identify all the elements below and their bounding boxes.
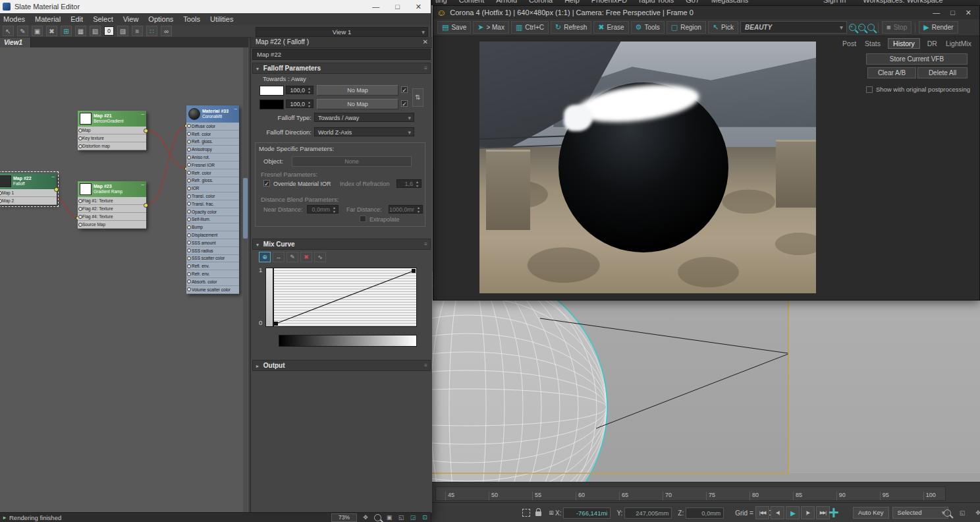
- tools-button[interactable]: ⚙Tools: [631, 21, 665, 34]
- node-slot[interactable]: Transl. color: [186, 192, 239, 200]
- front-amount-spinner[interactable]: 100,0▲▼: [286, 86, 313, 94]
- node-coronamtl[interactable]: Material #33CoronaMtl – Diffuse color Re…: [186, 105, 239, 294]
- move-point-icon[interactable]: ⊕: [259, 252, 271, 262]
- collapse-icon[interactable]: –: [142, 181, 144, 187]
- input-socket-icon[interactable]: [187, 132, 191, 136]
- node-slot[interactable]: Refl. color: [186, 130, 239, 138]
- pick-material-icon[interactable]: ✎: [17, 26, 28, 36]
- input-socket-icon[interactable]: [187, 218, 191, 221]
- input-socket-icon[interactable]: [187, 241, 191, 245]
- rollout-menu-icon[interactable]: ≡: [424, 239, 427, 249]
- input-socket-icon[interactable]: [187, 156, 191, 160]
- vfb-title-bar[interactable]: ☺ Corona 4 (Hotfix 1) | 640×480px (1:1) …: [433, 6, 979, 20]
- input-socket-icon[interactable]: [187, 233, 191, 237]
- node-slot[interactable]: Map: [78, 127, 146, 134]
- timeline-tick[interactable]: 65: [619, 492, 628, 500]
- node-slot[interactable]: Map 2: [0, 197, 57, 205]
- store-vfb-button[interactable]: Store Current VFB: [866, 53, 967, 65]
- node-slot[interactable]: Aniso rot.: [186, 154, 239, 161]
- input-socket-icon[interactable]: [78, 215, 82, 219]
- coord-y-field[interactable]: 247,005mm: [624, 508, 672, 519]
- zoom-icon[interactable]: [944, 509, 951, 517]
- node-slot[interactable]: Distortion map: [78, 142, 146, 150]
- scale-point-icon[interactable]: ↔: [273, 252, 285, 262]
- rollout-menu-icon[interactable]: ≡: [424, 361, 427, 370]
- coord-x-field[interactable]: -766,141mi: [563, 508, 611, 519]
- node-slot[interactable]: Key texture: [78, 134, 146, 142]
- key-filter-dropdown[interactable]: Selected: [892, 507, 948, 519]
- input-socket-icon[interactable]: [187, 248, 191, 252]
- node-slot[interactable]: Self-illum.: [186, 216, 239, 224]
- output-socket-icon[interactable]: [54, 187, 59, 192]
- timeline-tick[interactable]: 80: [749, 492, 759, 500]
- play-button[interactable]: ▶: [786, 506, 800, 519]
- node-slot[interactable]: SSS radius: [186, 247, 239, 255]
- go-to-end-button[interactable]: ▶▶|: [816, 506, 830, 519]
- minimize-icon[interactable]: —: [372, 3, 379, 11]
- extrapolate-checkbox[interactable]: [360, 216, 366, 222]
- side-map-button[interactable]: No Map: [317, 99, 398, 109]
- input-socket-icon[interactable]: [187, 163, 191, 167]
- node-slot[interactable]: Refr. env.: [186, 270, 239, 278]
- falloff-direction-dropdown[interactable]: World Z-Axis: [314, 127, 414, 136]
- delete-point-icon[interactable]: ✖: [300, 252, 312, 262]
- auto-key-button[interactable]: Auto Key: [853, 507, 889, 519]
- sign-in-link[interactable]: Sign In: [823, 0, 846, 4]
- input-socket-icon[interactable]: [187, 202, 191, 206]
- close-icon[interactable]: ✕: [416, 3, 422, 11]
- render-button[interactable]: ▶Render: [919, 21, 958, 34]
- spinner-arrows-icon[interactable]: ▲▼: [331, 206, 337, 214]
- input-socket-icon[interactable]: [187, 272, 191, 276]
- input-socket-icon[interactable]: [78, 199, 82, 203]
- slate-menu-item[interactable]: Utilities: [210, 15, 233, 23]
- input-socket-icon[interactable]: [78, 129, 82, 132]
- override-ior-checkbox[interactable]: ✓: [263, 180, 270, 187]
- timeline-tick[interactable]: 60: [576, 492, 585, 500]
- node-slot[interactable]: Displacement: [186, 231, 239, 239]
- reset-curve-icon[interactable]: ∿: [314, 252, 326, 262]
- go-to-start-button[interactable]: |◀◀: [755, 506, 769, 519]
- node-slot[interactable]: Diffuse color: [186, 123, 239, 130]
- coord-z-field[interactable]: 0,0mm: [686, 508, 724, 519]
- zoom-reset-icon[interactable]: [867, 24, 875, 31]
- output-socket-icon[interactable]: [144, 129, 148, 133]
- slate-menu-item[interactable]: Select: [93, 15, 113, 23]
- node-slot[interactable]: Source Map: [78, 221, 146, 229]
- zoom-region-icon[interactable]: ▣: [385, 513, 394, 521]
- map-selector[interactable]: Map #22: [252, 49, 431, 60]
- input-socket-icon[interactable]: [187, 210, 191, 214]
- object-pick-button[interactable]: None: [292, 156, 412, 167]
- assign-material-icon[interactable]: ▣: [32, 26, 43, 36]
- zoom-in-icon[interactable]: +: [849, 24, 856, 31]
- input-socket-icon[interactable]: [187, 148, 191, 152]
- input-socket-icon[interactable]: [187, 179, 191, 183]
- timeline-tick[interactable]: 45: [445, 492, 454, 500]
- delete-all-button[interactable]: Delete All: [917, 67, 967, 78]
- front-map-checkbox[interactable]: ✓: [401, 86, 408, 93]
- input-socket-icon[interactable]: [187, 264, 191, 268]
- slate-menu-item[interactable]: View: [123, 15, 139, 23]
- collapse-icon[interactable]: –: [52, 173, 55, 179]
- max-menu-item[interactable]: PhoenixFD: [591, 0, 627, 4]
- show-background-icon[interactable]: ▧: [90, 26, 101, 36]
- tab-dr[interactable]: DR: [926, 39, 939, 48]
- previous-frame-button[interactable]: ◀|: [771, 506, 784, 519]
- timeline-tick[interactable]: 95: [880, 492, 889, 500]
- node-slot[interactable]: Refl. gloss.: [186, 138, 239, 146]
- stop-button[interactable]: ■Stop: [882, 21, 912, 34]
- timeline-tick[interactable]: 100: [923, 492, 936, 500]
- node-slot[interactable]: Flag #4: Texture: [78, 213, 146, 221]
- scrollbar-thumb[interactable]: [243, 178, 248, 239]
- timeline-tick[interactable]: 85: [793, 492, 802, 500]
- show-original-checkbox[interactable]: [866, 86, 873, 93]
- max-menu-item[interactable]: Content: [459, 0, 485, 4]
- slate-menu-item[interactable]: Edit: [70, 15, 83, 23]
- slate-menu-item[interactable]: Tools: [183, 15, 200, 23]
- selection-lock-icon[interactable]: [535, 511, 541, 516]
- node-bercongradient[interactable]: Map #21BerconGradient – Map Key texture …: [78, 111, 146, 150]
- tab-stats[interactable]: Stats: [863, 39, 882, 48]
- falloff-type-dropdown[interactable]: Towards / Away: [314, 113, 414, 122]
- input-socket-icon[interactable]: [187, 225, 191, 229]
- refresh-button[interactable]: ↻Refresh: [551, 21, 591, 34]
- max-menu-item[interactable]: rapid Tools: [639, 0, 674, 4]
